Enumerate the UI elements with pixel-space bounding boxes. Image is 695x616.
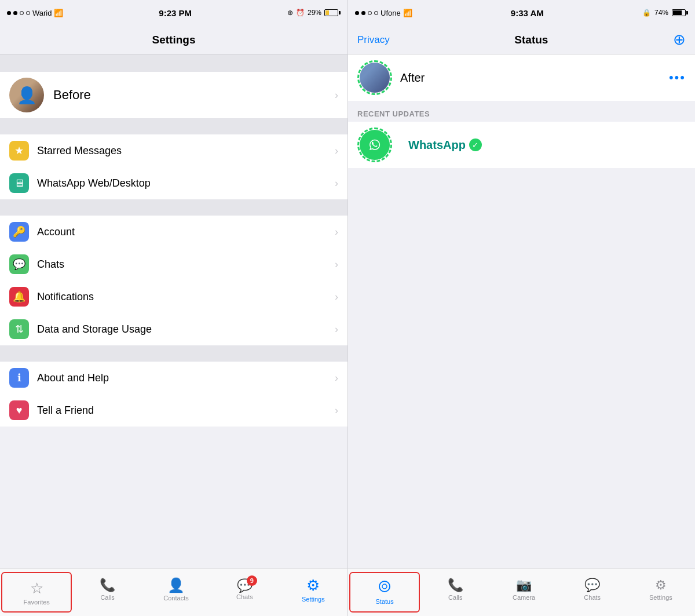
wifi-icon: 📶 [54, 9, 63, 17]
tab-contacts[interactable]: 👤 Contacts [142, 568, 210, 616]
right-panel: Ufone 📶 9:33 AM 🔒 74% Privacy Status ⊕ A… [348, 0, 695, 616]
menu-item-chats[interactable]: 💬 Chats › [0, 248, 348, 280]
menu-item-notifications[interactable]: 🔔 Notifications › [0, 280, 348, 313]
whatsapp-update-item[interactable]: WhatsApp ✓ [348, 122, 695, 168]
right-wifi-icon: 📶 [403, 9, 412, 17]
my-status-row[interactable]: After ••• [348, 54, 695, 101]
account-label: Account [37, 226, 335, 238]
more-options-button[interactable]: ••• [669, 70, 686, 85]
section-misc: ★ Starred Messages › 🖥 WhatsApp Web/Desk… [0, 134, 348, 199]
left-sep3 [0, 199, 348, 216]
carrier-name: Warid [32, 9, 52, 17]
webdesktop-chevron-icon: › [335, 177, 338, 189]
recent-updates-label: RECENT UPDATES [357, 110, 430, 118]
status-tab-icon [378, 579, 392, 597]
tab-bar-left: ☆ Favorites 📞 Calls 👤 Contacts 💬 9 Chats… [0, 568, 348, 616]
battery-icon [324, 9, 341, 16]
tab-settings[interactable]: ⚙ Settings [279, 568, 348, 616]
left-sep4 [0, 345, 348, 362]
left-icons: ⊕ ⏰ 29% [287, 9, 341, 17]
svg-point-1 [379, 581, 390, 592]
abouthelp-icon: ℹ [9, 368, 29, 388]
right-battery-icon [672, 9, 688, 16]
left-sep2 [0, 118, 348, 134]
chats-icon: 💬 [9, 254, 29, 274]
tab-calls-left[interactable]: 📞 Calls [73, 568, 141, 616]
tab-favorites[interactable]: ☆ Favorites [1, 572, 72, 613]
lock-icon: 🔒 [642, 9, 651, 17]
tab-chats-right[interactable]: 💬 Chats [558, 568, 627, 616]
profile-name: Before [53, 88, 335, 103]
calls-tab-label: Calls [100, 594, 114, 601]
right-carrier: Ufone 📶 [355, 9, 412, 17]
empty-status-area [348, 168, 695, 616]
tab-chats-left[interactable]: 💬 9 Chats [210, 568, 279, 616]
privacy-back-button[interactable]: Privacy [357, 34, 390, 46]
chats-badge: 9 [247, 575, 257, 586]
notifications-label: Notifications [37, 291, 335, 303]
my-status-name: After [400, 71, 669, 85]
abouthelp-label: About and Help [37, 372, 335, 384]
starred-chevron-icon: › [335, 145, 338, 157]
menu-item-datastorage[interactable]: ⇅ Data and Storage Usage › [0, 313, 348, 345]
account-icon: 🔑 [9, 222, 29, 242]
menu-item-account[interactable]: 🔑 Account › [0, 216, 348, 248]
alarm-icon: ⏰ [296, 9, 305, 17]
add-status-button[interactable]: ⊕ [673, 31, 686, 49]
status-bar-right: Ufone 📶 9:33 AM 🔒 74% [348, 0, 695, 25]
contacts-tab-label: Contacts [163, 595, 188, 602]
camera-tab-label: Camera [513, 594, 535, 601]
tab-settings-right[interactable]: ⚙ Settings [627, 568, 695, 616]
right-header: Privacy Status ⊕ [348, 25, 695, 54]
left-time: 9:23 PM [159, 8, 192, 18]
my-status-avatar [360, 63, 390, 93]
tellafriend-chevron-icon: › [335, 404, 338, 417]
status-page-title: Status [514, 34, 548, 46]
settings-tab-icon: ⚙ [306, 577, 320, 595]
starred-label: Starred Messages [37, 145, 335, 157]
datastorage-chevron-icon: › [335, 323, 338, 336]
section-settings: 🔑 Account › 💬 Chats › 🔔 Notifications › … [0, 216, 348, 345]
whatsapp-name-row: WhatsApp ✓ [400, 138, 482, 152]
left-sep1 [0, 54, 348, 72]
settings-title: Settings [152, 34, 196, 46]
status-bar-left: Warid 📶 9:23 PM ⊕ ⏰ 29% [0, 0, 348, 25]
menu-item-webdesktop[interactable]: 🖥 WhatsApp Web/Desktop › [0, 167, 348, 199]
rdot4 [374, 11, 378, 15]
tab-camera[interactable]: 📷 Camera [489, 568, 558, 616]
menu-item-starred[interactable]: ★ Starred Messages › [0, 134, 348, 167]
section-about: ℹ About and Help › ♥ Tell a Friend › [0, 362, 348, 427]
battery-text: 29% [308, 9, 321, 17]
whatsapp-avatar-wrap [357, 127, 392, 162]
settings-tab-label: Settings [302, 596, 325, 603]
camera-tab-icon: 📷 [516, 578, 532, 593]
tab-calls-right[interactable]: 📞 Calls [421, 568, 489, 616]
right-icons: 🔒 74% [642, 9, 688, 17]
chats-chevron-icon: › [335, 258, 338, 271]
profile-row[interactable]: 👤 Before › [0, 72, 348, 118]
notifications-icon: 🔔 [9, 287, 29, 307]
left-carrier: Warid 📶 [7, 9, 63, 17]
verified-icon: ✓ [469, 138, 482, 151]
right-carrier-name: Ufone [381, 9, 401, 17]
webdesktop-label: WhatsApp Web/Desktop [37, 177, 335, 189]
menu-item-tellafriend[interactable]: ♥ Tell a Friend › [0, 394, 348, 427]
settings-right-tab-label: Settings [649, 594, 672, 601]
dot4 [26, 11, 30, 15]
rdot1 [355, 11, 359, 15]
menu-item-abouthelp[interactable]: ℹ About and Help › [0, 362, 348, 394]
tellafriend-icon: ♥ [9, 400, 29, 420]
my-status-avatar-wrap [357, 60, 392, 95]
account-chevron-icon: › [335, 226, 338, 238]
rdot2 [361, 11, 365, 15]
tab-status[interactable]: Status [349, 572, 420, 613]
left-header: Settings [0, 25, 348, 54]
chats-badge-wrap: 💬 9 [237, 578, 253, 593]
dot1 [7, 11, 11, 15]
right-time: 9:33 AM [511, 8, 544, 18]
dot3 [20, 11, 24, 15]
right-battery-text: 74% [654, 9, 668, 17]
settings-right-tab-icon: ⚙ [655, 578, 667, 593]
dot2 [13, 11, 17, 15]
datastorage-icon: ⇅ [9, 319, 29, 339]
